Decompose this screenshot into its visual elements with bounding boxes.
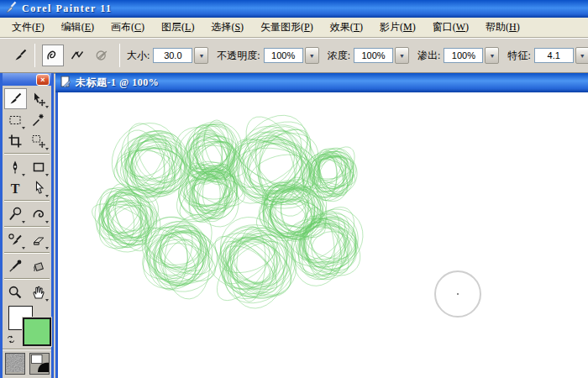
- dropper-tool[interactable]: [4, 255, 27, 276]
- current-tool-indicator: [13, 45, 28, 66]
- brush-icon: [13, 48, 28, 63]
- menu-item-canvas[interactable]: 画布(C): [102, 18, 153, 37]
- wand-icon: [31, 113, 46, 128]
- resaturation-label: 浓度:: [328, 49, 350, 63]
- menu-item-movie[interactable]: 影片(M): [371, 18, 424, 37]
- app-window: Corel Painter 11 文件(F)编辑(E)画布(C)图层(L)选择(…: [0, 0, 588, 378]
- menu-bar: 文件(F)编辑(E)画布(C)图层(L)选择(S)矢量图形(P)效果(T)影片(…: [0, 18, 588, 38]
- rect-shape-tool[interactable]: [28, 156, 50, 177]
- stroke-type-buttons: [42, 45, 113, 66]
- app-title: Corel Painter 11: [22, 3, 113, 15]
- brush-size-value[interactable]: 30.0: [153, 48, 192, 63]
- feature-field: 特征:4.1▼: [507, 47, 588, 64]
- opacity-dropdown-icon[interactable]: ▼: [305, 47, 319, 64]
- menu-item-shapes[interactable]: 矢量图形(P): [252, 18, 322, 37]
- dodge-tool[interactable]: [4, 203, 27, 224]
- canvas-area: [55, 92, 588, 378]
- resaturation-value[interactable]: 100%: [354, 48, 393, 63]
- toolbox-titlebar[interactable]: ×: [3, 73, 51, 86]
- gradient-selector[interactable]: [29, 353, 50, 375]
- document-icon: [60, 76, 71, 91]
- grabber-tool[interactable]: [28, 281, 50, 302]
- selection-adjuster-icon: [31, 134, 46, 149]
- document-title: 未标题-1 @ 100%: [76, 76, 159, 90]
- menu-item-help[interactable]: 帮助(H): [477, 18, 528, 37]
- paintbrush-icon: [4, 1, 18, 18]
- brush-size-label: 大小:: [127, 49, 150, 63]
- additional-color-swatch[interactable]: [23, 318, 51, 346]
- menu-item-edit[interactable]: 编辑(E): [53, 18, 102, 37]
- paint-bucket-icon: [31, 259, 46, 274]
- shape-selection-tool[interactable]: [28, 177, 50, 198]
- rect-select-icon: [8, 113, 23, 128]
- clone-color-button[interactable]: [91, 45, 113, 66]
- freehand-stroke-icon: [45, 48, 60, 63]
- opacity-value[interactable]: 100%: [264, 48, 303, 63]
- rect-shape-icon: [31, 160, 46, 175]
- svg-text:T: T: [11, 181, 20, 195]
- brush-size-dropdown-icon[interactable]: ▼: [194, 47, 208, 64]
- paper-selector[interactable]: [5, 353, 25, 375]
- opacity-field: 不透明度:100%▼: [217, 47, 318, 64]
- toolbar-separator: [119, 44, 120, 67]
- opacity-label: 不透明度:: [217, 49, 260, 63]
- brush-tool[interactable]: [4, 88, 27, 109]
- feature-label: 特征:: [507, 49, 530, 63]
- bleed-dropdown-icon[interactable]: ▼: [485, 47, 499, 64]
- feature-dropdown-icon[interactable]: ▼: [575, 47, 588, 64]
- text-tool[interactable]: T: [4, 177, 27, 198]
- grabber-icon: [31, 285, 46, 300]
- dropper-icon: [8, 259, 23, 274]
- bleed-field: 渗出:100%▼: [417, 47, 499, 64]
- cloner-tool[interactable]: [4, 229, 27, 250]
- eraser-tool[interactable]: [28, 229, 50, 250]
- brush-size-field: 大小:30.0▼: [127, 47, 208, 64]
- feature-value[interactable]: 4.1: [534, 48, 574, 63]
- crop-icon: [8, 134, 23, 149]
- dodge-icon: [8, 207, 23, 222]
- burn-icon: [31, 207, 46, 222]
- menu-item-layers[interactable]: 图层(L): [153, 18, 202, 37]
- bleed-value[interactable]: 100%: [444, 48, 483, 63]
- close-icon[interactable]: ×: [36, 74, 50, 86]
- pen-icon: [8, 160, 23, 175]
- painting-canvas[interactable]: [58, 92, 588, 378]
- menu-item-window[interactable]: 窗口(W): [424, 18, 477, 37]
- rect-selection-tool[interactable]: [4, 109, 27, 130]
- paint-bucket-tool[interactable]: [28, 255, 50, 276]
- move-icon: [31, 92, 46, 107]
- toolbox-group-separator: [4, 153, 50, 155]
- document-titlebar[interactable]: 未标题-1 @ 100%: [55, 73, 588, 92]
- content-selectors: [3, 349, 51, 375]
- resaturation-dropdown-icon[interactable]: ▼: [395, 47, 409, 64]
- burn-tool[interactable]: [28, 203, 50, 224]
- app-titlebar[interactable]: Corel Painter 11: [0, 0, 588, 18]
- magnifier-tool[interactable]: [4, 281, 27, 302]
- pen-tool[interactable]: [4, 156, 27, 177]
- toolbar-separator: [34, 44, 35, 67]
- toolbox-group-separator: [4, 278, 50, 280]
- eraser-icon: [31, 233, 46, 248]
- layer-adjuster-tool[interactable]: [28, 88, 50, 109]
- menu-item-select[interactable]: 选择(S): [202, 18, 252, 37]
- selection-adjuster-tool[interactable]: [28, 130, 50, 151]
- text-icon: T: [8, 181, 23, 196]
- magnifier-icon: [8, 285, 23, 300]
- crop-tool[interactable]: [4, 130, 27, 151]
- toolbox-group-separator: [4, 226, 50, 228]
- straight-stroke-button[interactable]: [66, 45, 88, 66]
- toolbox-group-separator: [4, 200, 50, 202]
- property-bar: 大小:30.0▼不透明度:100%▼浓度:100%▼渗出:100%▼特征:4.1…: [0, 38, 588, 74]
- shape-selection-icon: [31, 181, 46, 196]
- menu-item-effects[interactable]: 效果(T): [322, 18, 371, 37]
- straight-stroke-icon: [70, 48, 85, 63]
- brush-property-fields: 大小:30.0▼不透明度:100%▼浓度:100%▼渗出:100%▼特征:4.1…: [127, 47, 588, 64]
- brush-cursor-ring: [434, 270, 481, 318]
- freehand-stroke-button[interactable]: [42, 45, 64, 66]
- tool-grid: T: [3, 86, 51, 302]
- magic-wand-tool[interactable]: [28, 109, 50, 130]
- toolbox-group-separator: [4, 252, 50, 254]
- swap-colors-icon[interactable]: [5, 333, 17, 345]
- resaturation-field: 浓度:100%▼: [328, 47, 409, 64]
- menu-item-file[interactable]: 文件(F): [3, 18, 53, 37]
